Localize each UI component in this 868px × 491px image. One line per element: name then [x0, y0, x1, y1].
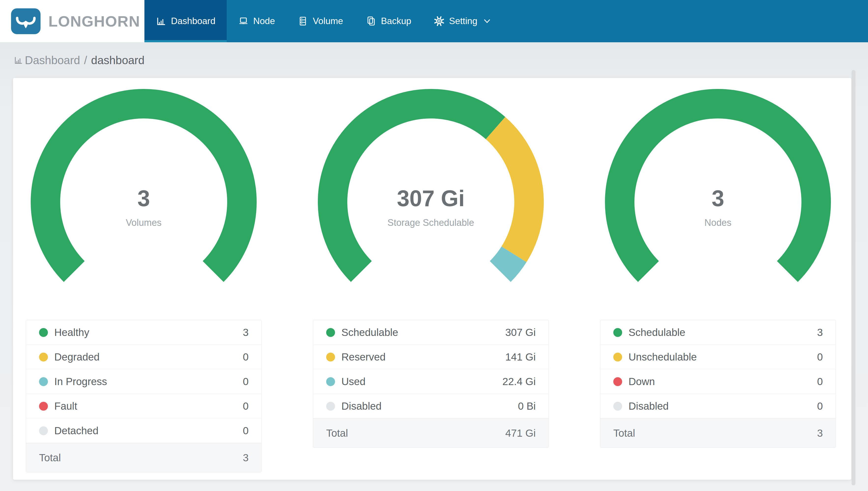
storage-legend-row-used: Used22.4 Gi: [313, 369, 549, 394]
storage-panel: 307 GiStorage SchedulableSchedulable307 …: [313, 89, 549, 472]
legend-value: 0: [243, 351, 249, 363]
legend-dot-gray: [613, 402, 622, 411]
legend-label: Fault: [54, 400, 77, 412]
brand-name: LONGHORN: [49, 12, 140, 30]
nav-item-label: Setting: [449, 16, 477, 26]
volumes-donut-chart: [31, 89, 257, 315]
nodes-total-row: Total3: [600, 418, 836, 447]
legend-value: 0: [817, 351, 823, 363]
chevron-down-icon: [482, 18, 491, 24]
legend-value: 0: [817, 400, 823, 412]
nodes-legend-row-schedulable: Schedulable3: [600, 320, 836, 345]
gear-icon: [434, 16, 444, 27]
nav-menu: DashboardNodeVolumeBackupSetting: [145, 0, 502, 42]
legend-dot-teal: [326, 377, 335, 386]
legend-value: 0: [243, 376, 249, 387]
storage-legend-row-schedulable: Schedulable307 Gi: [313, 320, 549, 345]
total-value: 471 Gi: [505, 427, 536, 439]
volumes-legend-row-in-progress: In Progress0: [26, 369, 261, 394]
bull-icon: [14, 11, 37, 31]
volumes-legend-row-degraded: Degraded0: [26, 345, 261, 369]
nav-item-volume[interactable]: Volume: [286, 0, 354, 42]
volumes-legend-row-detached: Detached0: [26, 418, 261, 443]
breadcrumb: Dashboard / dashboard: [0, 42, 868, 78]
nodes-legend-row-unschedulable: Unschedulable0: [600, 345, 836, 369]
storage-legend-row-reserved: Reserved141 Gi: [313, 345, 549, 369]
brand-logo[interactable]: LONGHORN: [0, 0, 145, 42]
legend-dot-red: [613, 377, 622, 386]
nodes-legend-row-down: Down0: [600, 369, 836, 394]
charts-row: 3VolumesHealthy3Degraded0In Progress0Fau…: [26, 89, 839, 472]
legend-label: Detached: [54, 425, 98, 437]
nav-item-backup[interactable]: Backup: [354, 0, 423, 42]
nav-item-label: Backup: [381, 16, 411, 26]
legend-label: Schedulable: [341, 326, 398, 338]
nav-item-label: Dashboard: [171, 16, 215, 26]
legend-dot-gray: [326, 402, 335, 411]
volumes-total-row: Total3: [26, 443, 261, 472]
legend-dot-teal: [39, 377, 48, 386]
bar-chart-icon: [13, 55, 25, 65]
legend-value: 0: [817, 376, 823, 387]
dashboard-card: 3VolumesHealthy3Degraded0In Progress0Fau…: [13, 78, 851, 480]
volumes-gauge: 3Volumes: [31, 89, 257, 315]
breadcrumb-section[interactable]: Dashboard: [25, 54, 80, 67]
nodes-gauge: 3Nodes: [605, 89, 831, 315]
nav-item-node[interactable]: Node: [227, 0, 286, 42]
nodes-legend-row-disabled: Disabled0: [600, 394, 836, 418]
legend-dot-gray: [39, 426, 48, 435]
bar-chart-icon: [156, 16, 166, 27]
nav-item-label: Node: [253, 16, 275, 26]
legend-label: Unschedulable: [628, 351, 697, 363]
total-value: 3: [243, 452, 249, 464]
copy-icon: [366, 16, 376, 27]
legend-label: Degraded: [54, 351, 99, 363]
legend-value: 0: [243, 400, 249, 412]
legend-dot-green: [613, 328, 622, 337]
storage-gauge: 307 GiStorage Schedulable: [318, 89, 544, 315]
legend-label: Reserved: [341, 351, 385, 363]
total-label: Total: [39, 452, 61, 464]
storage-legend-row-disabled: Disabled0 Bi: [313, 394, 549, 418]
legend-dot-yellow: [613, 353, 622, 362]
total-label: Total: [613, 427, 635, 439]
nodes-panel: 3NodesSchedulable3Unschedulable0Down0Dis…: [600, 89, 836, 472]
legend-dot-green: [326, 328, 335, 337]
scrollbar-thumb[interactable]: [851, 70, 856, 485]
legend-label: Down: [628, 376, 655, 387]
legend-label: Disabled: [341, 400, 381, 412]
nodes-legend-table: Schedulable3Unschedulable0Down0Disabled0…: [600, 320, 836, 448]
legend-value: 0: [243, 425, 249, 437]
legend-value: 3: [817, 326, 823, 338]
legend-value: 141 Gi: [505, 351, 536, 363]
volumes-legend-table: Healthy3Degraded0In Progress0Fault0Detac…: [26, 320, 261, 472]
volumes-panel: 3VolumesHealthy3Degraded0In Progress0Fau…: [26, 89, 261, 472]
volumes-legend-row-healthy: Healthy3: [26, 320, 261, 345]
legend-value: 22.4 Gi: [502, 376, 536, 387]
legend-value: 3: [243, 326, 249, 338]
nav-item-setting[interactable]: Setting: [423, 0, 502, 42]
legend-label: In Progress: [54, 376, 107, 387]
server-icon: [298, 16, 308, 27]
legend-value: 307 Gi: [505, 326, 536, 338]
legend-dot-green: [39, 328, 48, 337]
top-navbar: LONGHORN DashboardNodeVolumeBackupSettin…: [0, 0, 868, 42]
legend-label: Healthy: [54, 326, 89, 338]
legend-value: 0 Bi: [518, 400, 536, 412]
storage-total-row: Total471 Gi: [313, 418, 549, 447]
storage-legend-table: Schedulable307 GiReserved141 GiUsed22.4 …: [313, 320, 549, 448]
legend-label: Disabled: [628, 400, 669, 412]
breadcrumb-separator: /: [84, 54, 87, 67]
longhorn-bull-icon: [11, 8, 40, 34]
legend-dot-yellow: [326, 353, 335, 362]
total-value: 3: [817, 427, 823, 439]
breadcrumb-page: dashboard: [91, 54, 145, 67]
storage-donut-chart: [318, 89, 544, 315]
laptop-icon: [238, 16, 249, 27]
legend-dot-yellow: [39, 353, 48, 362]
total-label: Total: [326, 427, 348, 439]
nav-item-dashboard[interactable]: Dashboard: [145, 0, 227, 42]
legend-label: Schedulable: [628, 326, 685, 338]
legend-dot-red: [39, 402, 48, 411]
legend-label: Used: [341, 376, 366, 387]
